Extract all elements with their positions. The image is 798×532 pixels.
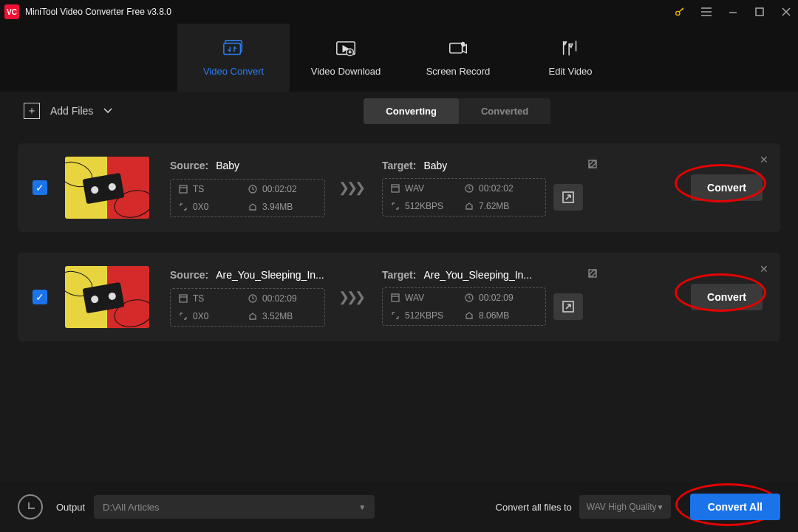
file-card: ✓ Source: Baby TS 00:02:02 0X0 3.94MB ❯❯… [18, 143, 780, 232]
convert-button[interactable]: Convert [691, 174, 763, 201]
file-thumbnail [65, 266, 149, 328]
clock-icon [464, 184, 474, 194]
size-icon [248, 202, 257, 212]
format-icon [390, 293, 400, 303]
target-bitrate: 512KBPS [405, 310, 443, 321]
source-label: Source: [170, 160, 208, 171]
target-label: Target: [382, 160, 416, 171]
convert-button[interactable]: Convert [691, 284, 763, 310]
history-button[interactable] [18, 494, 43, 519]
edit-target-icon[interactable] [587, 268, 598, 282]
tab-edit-video[interactable]: Edit Video [514, 24, 627, 92]
target-name: Baby [423, 160, 447, 171]
source-duration: 00:02:09 [262, 293, 297, 304]
tab-video-convert[interactable]: Video Convert [177, 24, 290, 92]
source-name: Are_You_Sleeping_In... [216, 269, 324, 281]
format-icon [390, 184, 400, 194]
tab-label: Screen Record [426, 66, 491, 77]
size-icon [464, 311, 474, 321]
target-name: Are_You_Sleeping_In... [423, 269, 532, 281]
edit-target-icon[interactable] [587, 159, 598, 172]
main-tabs: Video Convert Video Download Screen Reco… [0, 24, 798, 92]
add-files-label: Add Files [50, 105, 93, 117]
svg-rect-19 [392, 185, 399, 192]
target-duration: 00:02:09 [479, 293, 514, 303]
tab-label: Edit Video [548, 66, 592, 77]
add-files-button[interactable]: ＋ Add Files [24, 103, 112, 119]
source-size: 3.94MB [262, 202, 293, 212]
tab-label: Video Convert [203, 66, 264, 77]
file-thumbnail [65, 157, 149, 219]
convert-all-button[interactable]: Convert All [690, 494, 780, 520]
target-settings-button[interactable] [553, 293, 583, 320]
size-icon [248, 312, 257, 321]
minimize-button[interactable] [726, 4, 740, 19]
target-settings-button[interactable] [553, 184, 583, 211]
status-segment: Converting Converted [364, 98, 550, 124]
svg-rect-27 [392, 294, 399, 301]
add-files-icon: ＋ [24, 103, 40, 119]
chevron-down-icon: ▼ [358, 503, 366, 511]
source-info: TS 00:02:02 0X0 3.94MB [170, 179, 325, 217]
remove-file-button[interactable]: ✕ [760, 154, 768, 166]
arrow-icon: ❯❯❯ [341, 180, 366, 196]
target-info: WAV 00:02:02 512KBPS 7.62MB [382, 178, 546, 216]
tab-video-download[interactable]: Video Download [290, 24, 402, 92]
arrow-icon: ❯❯❯ [341, 289, 366, 305]
format-icon [178, 294, 188, 304]
convert-all-label: Convert all files to [496, 502, 572, 513]
target-size: 8.06MB [479, 310, 509, 321]
target-format-value: WAV High Quality [587, 502, 657, 512]
titlebar: VC MiniTool Video Converter Free v3.8.0 [0, 0, 798, 24]
file-card: ✓ Source: Are_You_Sleeping_In... TS 00:0… [18, 253, 780, 341]
file-checkbox[interactable]: ✓ [33, 180, 47, 195]
source-format: TS [193, 184, 204, 194]
maximize-button[interactable] [752, 4, 767, 19]
target-duration: 00:02:02 [479, 183, 514, 194]
source-resolution: 0X0 [193, 311, 208, 321]
bottom-bar: Output D:\All Articles ▼ Convert all fil… [0, 482, 798, 532]
clock-icon [248, 294, 257, 304]
clock-icon [464, 293, 474, 303]
output-path-value: D:\All Articles [103, 502, 160, 513]
target-size: 7.62MB [479, 201, 509, 211]
target-format-select[interactable]: WAV High Quality ▼ [579, 495, 671, 519]
menu-icon[interactable] [699, 4, 714, 19]
source-size: 3.52MB [262, 311, 293, 321]
seg-converting[interactable]: Converting [364, 98, 459, 124]
svg-rect-13 [450, 43, 463, 52]
svg-rect-23 [180, 295, 187, 302]
chevron-down-icon [103, 108, 112, 114]
svg-point-0 [676, 11, 680, 15]
source-name: Baby [216, 160, 239, 171]
target-bitrate: 512KBPS [405, 201, 443, 211]
tab-screen-record[interactable]: Screen Record [402, 24, 514, 92]
upgrade-key-icon[interactable] [672, 4, 687, 19]
source-duration: 00:02:02 [262, 184, 297, 194]
file-list: ✓ Source: Baby TS 00:02:02 0X0 3.94MB ❯❯… [0, 129, 798, 341]
chevron-down-icon: ▼ [657, 503, 664, 511]
size-icon [464, 202, 474, 211]
source-format: TS [193, 293, 204, 304]
svg-rect-15 [180, 185, 187, 193]
source-label: Source: [170, 269, 208, 281]
source-info: TS 00:02:09 0X0 3.52MB [170, 288, 325, 327]
bitrate-icon [390, 311, 400, 321]
app-title: MiniTool Video Converter Free v3.8.0 [25, 7, 672, 17]
output-label: Output [56, 502, 85, 513]
tab-label: Video Download [311, 66, 381, 77]
file-checkbox[interactable]: ✓ [33, 290, 47, 304]
seg-converted[interactable]: Converted [459, 98, 550, 124]
target-label: Target: [382, 269, 416, 281]
close-button[interactable] [779, 4, 794, 19]
svg-point-14 [462, 42, 465, 45]
target-format: WAV [405, 183, 424, 194]
target-format: WAV [405, 293, 424, 303]
toolbar: ＋ Add Files Converting Converted [0, 93, 798, 129]
bitrate-icon [390, 202, 400, 211]
remove-file-button[interactable]: ✕ [760, 263, 768, 275]
svg-rect-5 [756, 8, 763, 16]
output-path-select[interactable]: D:\All Articles ▼ [94, 495, 375, 519]
format-icon [178, 185, 188, 194]
svg-rect-9 [224, 43, 241, 54]
